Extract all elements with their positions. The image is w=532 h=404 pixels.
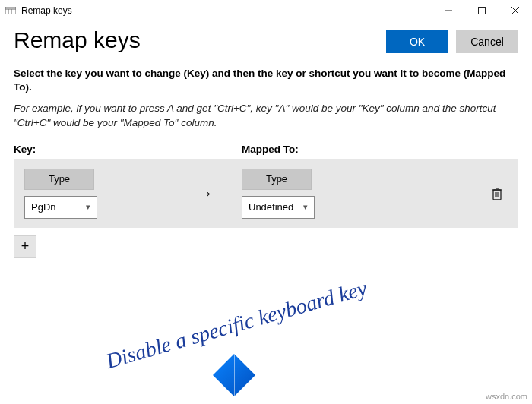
page-title: Remap keys	[14, 27, 386, 53]
delete-mapping-button[interactable]	[486, 183, 508, 204]
arrow-icon: →	[169, 184, 242, 204]
add-mapping-button[interactable]: +	[14, 235, 36, 258]
header-buttons: OK Cancel	[386, 30, 518, 53]
mapped-column: Type Undefined ▾	[242, 169, 386, 219]
header: Remap keys OK Cancel	[0, 21, 532, 53]
key-select[interactable]: PgDn ▾	[24, 196, 97, 219]
window-title: Remap keys	[21, 5, 432, 16]
site-logo-icon	[213, 354, 255, 396]
column-headers: Key: Mapped To:	[14, 144, 518, 155]
svg-rect-0	[5, 7, 16, 14]
cancel-button[interactable]: Cancel	[456, 30, 518, 53]
svg-rect-5	[479, 7, 486, 14]
description-example: For example, if you want to press A and …	[14, 102, 518, 129]
titlebar: Remap keys	[0, 0, 532, 21]
chevron-down-icon: ▾	[303, 202, 308, 212]
close-button[interactable]	[499, 0, 532, 21]
ok-button[interactable]: OK	[386, 30, 448, 53]
app-icon	[5, 5, 17, 17]
maximize-button[interactable]	[465, 0, 499, 21]
mapping-row: Type PgDn ▾ → Type Undefined ▾	[14, 159, 518, 228]
content: Select the key you want to change (Key) …	[0, 53, 532, 258]
overlay-caption: Disable a specific keyboard key	[103, 276, 369, 374]
watermark: wsxdn.com	[486, 392, 527, 401]
key-column: Type PgDn ▾	[24, 169, 169, 219]
mapped-select-value: Undefined	[249, 201, 293, 213]
mapped-type-button[interactable]: Type	[242, 169, 312, 190]
key-column-header: Key:	[14, 144, 242, 155]
minimize-button[interactable]	[432, 0, 465, 21]
mapped-column-header: Mapped To:	[242, 144, 518, 155]
key-select-value: PgDn	[31, 201, 56, 213]
mapped-select[interactable]: Undefined ▾	[242, 196, 315, 219]
key-type-button[interactable]: Type	[24, 169, 94, 190]
description-main: Select the key you want to change (Key) …	[14, 67, 518, 94]
window-controls	[432, 0, 532, 21]
chevron-down-icon: ▾	[86, 202, 90, 212]
